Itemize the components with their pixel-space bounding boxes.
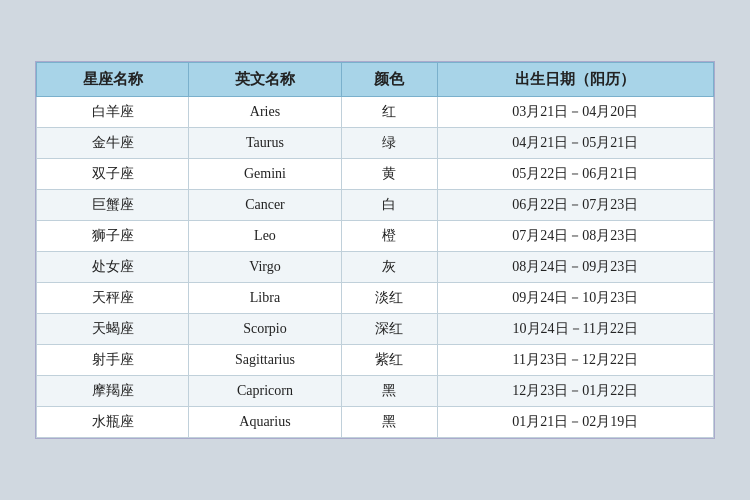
table-header-cell: 颜色	[341, 63, 437, 97]
table-cell: 白羊座	[37, 97, 189, 128]
table-row: 金牛座Taurus绿04月21日－05月21日	[37, 128, 714, 159]
table-cell: Virgo	[189, 252, 341, 283]
table-row: 摩羯座Capricorn黑12月23日－01月22日	[37, 376, 714, 407]
table-cell: 绿	[341, 128, 437, 159]
table-header-cell: 星座名称	[37, 63, 189, 97]
table-cell: 12月23日－01月22日	[437, 376, 713, 407]
table-row: 天秤座Libra淡红09月24日－10月23日	[37, 283, 714, 314]
table-cell: Libra	[189, 283, 341, 314]
table-row: 双子座Gemini黄05月22日－06月21日	[37, 159, 714, 190]
table-cell: 03月21日－04月20日	[437, 97, 713, 128]
table-cell: 金牛座	[37, 128, 189, 159]
table-cell: 红	[341, 97, 437, 128]
table-cell: 天蝎座	[37, 314, 189, 345]
table-body: 白羊座Aries红03月21日－04月20日金牛座Taurus绿04月21日－0…	[37, 97, 714, 438]
table-cell: 05月22日－06月21日	[437, 159, 713, 190]
table-cell: 11月23日－12月22日	[437, 345, 713, 376]
zodiac-table-container: 星座名称英文名称颜色出生日期（阳历） 白羊座Aries红03月21日－04月20…	[35, 61, 715, 439]
table-cell: 摩羯座	[37, 376, 189, 407]
table-cell: 处女座	[37, 252, 189, 283]
table-row: 天蝎座Scorpio深红10月24日－11月22日	[37, 314, 714, 345]
table-cell: 01月21日－02月19日	[437, 407, 713, 438]
table-cell: 天秤座	[37, 283, 189, 314]
table-cell: 白	[341, 190, 437, 221]
table-cell: 射手座	[37, 345, 189, 376]
table-cell: 黄	[341, 159, 437, 190]
table-cell: 黑	[341, 376, 437, 407]
table-cell: Capricorn	[189, 376, 341, 407]
table-cell: Aquarius	[189, 407, 341, 438]
table-cell: 水瓶座	[37, 407, 189, 438]
table-cell: Leo	[189, 221, 341, 252]
table-cell: Cancer	[189, 190, 341, 221]
table-cell: 双子座	[37, 159, 189, 190]
table-row: 白羊座Aries红03月21日－04月20日	[37, 97, 714, 128]
table-cell: 狮子座	[37, 221, 189, 252]
table-cell: 紫红	[341, 345, 437, 376]
table-cell: 04月21日－05月21日	[437, 128, 713, 159]
table-cell: 巨蟹座	[37, 190, 189, 221]
table-cell: Scorpio	[189, 314, 341, 345]
table-header-cell: 英文名称	[189, 63, 341, 97]
table-row: 射手座Sagittarius紫红11月23日－12月22日	[37, 345, 714, 376]
table-cell: Aries	[189, 97, 341, 128]
table-cell: 深红	[341, 314, 437, 345]
table-cell: 08月24日－09月23日	[437, 252, 713, 283]
table-cell: 07月24日－08月23日	[437, 221, 713, 252]
table-cell: Taurus	[189, 128, 341, 159]
table-cell: 淡红	[341, 283, 437, 314]
table-cell: 黑	[341, 407, 437, 438]
table-cell: 橙	[341, 221, 437, 252]
table-cell: 灰	[341, 252, 437, 283]
table-cell: 06月22日－07月23日	[437, 190, 713, 221]
table-row: 狮子座Leo橙07月24日－08月23日	[37, 221, 714, 252]
table-cell: Gemini	[189, 159, 341, 190]
table-cell: Sagittarius	[189, 345, 341, 376]
table-cell: 09月24日－10月23日	[437, 283, 713, 314]
table-header-cell: 出生日期（阳历）	[437, 63, 713, 97]
table-row: 巨蟹座Cancer白06月22日－07月23日	[37, 190, 714, 221]
table-header-row: 星座名称英文名称颜色出生日期（阳历）	[37, 63, 714, 97]
zodiac-table: 星座名称英文名称颜色出生日期（阳历） 白羊座Aries红03月21日－04月20…	[36, 62, 714, 438]
table-cell: 10月24日－11月22日	[437, 314, 713, 345]
table-row: 处女座Virgo灰08月24日－09月23日	[37, 252, 714, 283]
table-row: 水瓶座Aquarius黑01月21日－02月19日	[37, 407, 714, 438]
